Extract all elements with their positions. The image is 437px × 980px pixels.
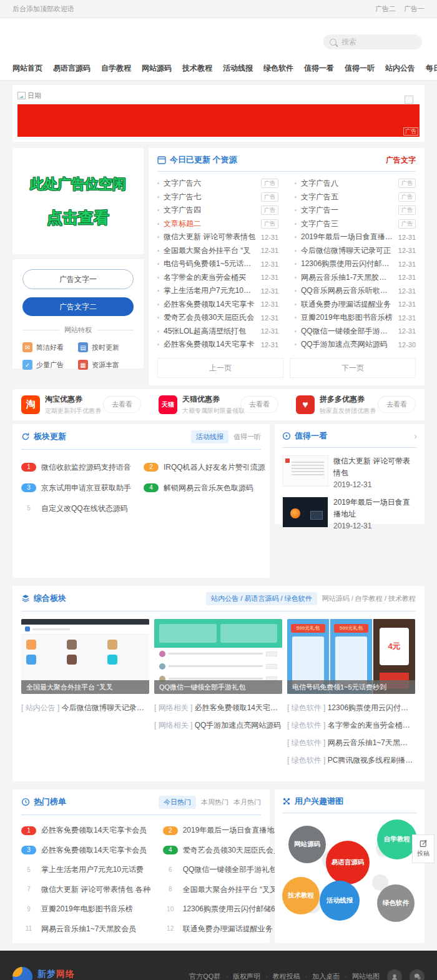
- worth-see-item[interactable]: 2019年最后一场日食直播地址 2019-12-31: [282, 497, 417, 530]
- tab-worth-listen[interactable]: 值得一听: [233, 432, 261, 442]
- article-list-item[interactable]: 文字广告六 广告: [157, 177, 278, 191]
- bubble-activity-news[interactable]: 活动线报: [320, 881, 360, 921]
- nav-item[interactable]: 值得一听: [345, 63, 375, 74]
- article-list-item[interactable]: 掌上生活老用户7元充10元话 12-31: [157, 284, 278, 298]
- category-list-item[interactable]: 网络相关必胜客免费领取14天宅享卡会员: [154, 703, 282, 713]
- article-list-item[interactable]: 文字广告七 广告: [157, 191, 278, 204]
- post-image[interactable]: 599元礼包 599元礼包 4元 电信号码免费领1~5元话费秒到: [287, 619, 415, 694]
- footer-link[interactable]: 版权声明: [220, 972, 260, 980]
- site-logo[interactable]: [12, 29, 112, 54]
- article-list-item[interactable]: 电信号码免费领1~5元话费秒 12-31: [157, 257, 278, 271]
- coupon-go-button[interactable]: 去看看: [240, 396, 278, 413]
- article-list-item[interactable]: 2019年最后一场日食直播地址 12-31: [295, 230, 416, 244]
- bubble-easy-language[interactable]: 易语言源码: [326, 841, 370, 884]
- nav-item[interactable]: 网站源码: [142, 63, 172, 74]
- hot-list-item[interactable]: 8 全国最大聚合外挂平台 “叉叉助手: [163, 884, 292, 895]
- module-list-item[interactable]: 2 IRQQ机器人好友名片赞引流源: [144, 462, 265, 473]
- hot-list-item[interactable]: 9 豆瓣2019年电影图书音乐榜: [21, 904, 150, 914]
- article-list-item[interactable]: 文章标题二 广告: [157, 217, 278, 231]
- article-list-item[interactable]: 今后微信微博聊天记录可正 12-31: [295, 244, 416, 258]
- article-list-item[interactable]: QQ音乐网易云音乐听歌回忆 12-31: [295, 284, 416, 298]
- category-list-item[interactable]: 绿色软件网易云音乐抽1~7天黑胶会员: [287, 738, 415, 748]
- tab-activity-news[interactable]: 活动线报: [191, 430, 228, 443]
- bubble-tech-tutorial[interactable]: 技术教程: [282, 877, 320, 914]
- topbar-ad-link-1[interactable]: 广告一: [404, 5, 425, 12]
- nav-item[interactable]: 值得一看: [304, 63, 334, 74]
- coupon-go-button[interactable]: 去看看: [103, 396, 141, 413]
- tab-group-active[interactable]: 站内公告 / 易语言源码 / 绿色软件: [206, 592, 317, 605]
- hot-list-item[interactable]: 11 网易云音乐抽1~7天黑胶会员: [21, 924, 150, 934]
- module-list-item[interactable]: 4 解锁网易云音乐灰色取源码: [144, 483, 265, 493]
- tab-group-inactive[interactable]: 网站源码 / 自学教程 / 技术教程: [322, 594, 416, 603]
- module-list-item[interactable]: 1 微信收款监控源码支持语音: [21, 462, 131, 473]
- hot-list-item[interactable]: 2 2019年最后一场日食直播地址: [163, 825, 292, 836]
- article-list-item[interactable]: 12306购票使用云闪付邮储6 12-31: [295, 257, 416, 271]
- hot-list-item[interactable]: 3 必胜客免费领取14天宅享卡会员: [21, 845, 150, 856]
- article-list-item[interactable]: 文字广告八 广告: [295, 177, 416, 191]
- worth-see-item[interactable]: 微信大更新 评论可带表情包 2019-12-31: [282, 455, 417, 489]
- nav-item[interactable]: 绿色软件: [263, 63, 293, 74]
- search-input[interactable]: [340, 37, 405, 47]
- article-list-item[interactable]: 必胜客免费领取14天宅享卡 12-31: [157, 338, 278, 352]
- nav-item[interactable]: 易语言源码: [53, 63, 91, 74]
- category-list-item[interactable]: 站内公告今后微信微博聊天记录可正式: [21, 703, 149, 713]
- article-list-item[interactable]: 文字广告五 广告: [295, 191, 416, 204]
- red-ad-banner[interactable]: 广告: [17, 104, 420, 137]
- tab-hot-month[interactable]: 本月热门: [233, 798, 261, 807]
- ad-text-button-2[interactable]: 广告文字二: [22, 297, 134, 316]
- article-list-item[interactable]: 文字广告四 广告: [157, 204, 278, 217]
- bubble-website-source[interactable]: 网站源码: [288, 826, 326, 863]
- nav-item[interactable]: 技术教程: [182, 63, 212, 74]
- module-list-item[interactable]: 3 京东试用申请京豆获取助手: [21, 483, 131, 493]
- nav-item[interactable]: 每日必买: [426, 63, 437, 74]
- hot-list-item[interactable]: 7 微信大更新 评论可带表情包 各种: [21, 884, 150, 895]
- footer-link[interactable]: 加入桌面: [300, 972, 340, 980]
- ad-text-link[interactable]: 广告文字: [386, 155, 416, 166]
- wechat-icon[interactable]: [410, 969, 425, 980]
- post-image[interactable]: QQ微信一键领全部手游礼包: [154, 619, 282, 694]
- hot-list-item[interactable]: 5 掌上生活老用户7元充10元话费: [21, 864, 150, 875]
- category-list-item[interactable]: 绿色软件12306购票使用云闪付邮储60-30: [287, 703, 415, 713]
- nav-item[interactable]: 网站首页: [12, 63, 42, 74]
- tab-hot-week[interactable]: 本周热门: [201, 798, 228, 807]
- article-list-item[interactable]: 文字广告三 广告: [295, 217, 416, 231]
- submit-post-button[interactable]: 投稿: [412, 834, 435, 863]
- chevron-right-icon[interactable]: ›: [414, 431, 417, 440]
- hot-list-item[interactable]: 12 联通免费办理漏话提醒业务: [163, 924, 292, 934]
- next-page-button[interactable]: 下一页: [290, 358, 416, 378]
- article-list-item[interactable]: 文字广告一 广告: [295, 204, 416, 217]
- topbar-ad-link-2[interactable]: 广告二: [375, 5, 396, 12]
- article-list-item[interactable]: 45张LOL超高清壁纸打包 12-31: [157, 325, 278, 339]
- hot-list-item[interactable]: 4 爱奇艺会员领30天屈臣氏会员: [163, 845, 292, 856]
- module-list-item[interactable]: 5 自定义改QQ在线状态源码: [21, 503, 131, 514]
- category-list-item[interactable]: 绿色软件PC腾讯微视多线程刷播放量源码: [287, 755, 415, 766]
- coupon-go-button[interactable]: 去看看: [378, 396, 416, 413]
- prev-page-button[interactable]: 上一页: [157, 358, 283, 378]
- article-list-item[interactable]: 微信大更新 评论可带表情包 12-31: [157, 230, 278, 244]
- sidebar-ad-slot[interactable]: 此处广告位空闲 点击查看: [12, 148, 144, 254]
- hot-list-item[interactable]: 10 12306购票使用云闪付邮储60-30: [163, 904, 292, 914]
- article-list-item[interactable]: 网易云音乐抽1-7天黑胶会员 12-31: [295, 271, 416, 285]
- tab-hot-today[interactable]: 今日热门: [159, 796, 196, 809]
- article-list-item[interactable]: QQ手游加速点亮网站源码 12-30: [295, 338, 416, 352]
- article-list-item[interactable]: 名字带金的麦当劳金桶买 12-31: [157, 271, 278, 285]
- nav-item[interactable]: 站内公告: [385, 63, 415, 74]
- footer-link[interactable]: 网站地图: [340, 972, 380, 980]
- nav-item[interactable]: 自学教程: [101, 63, 131, 74]
- footer-link[interactable]: 教程投稿: [260, 972, 300, 980]
- search-box[interactable]: [323, 34, 422, 49]
- article-list-item[interactable]: 全国最大聚合外挂平台 “叉 12-31: [157, 244, 278, 258]
- article-list-item[interactable]: 爱奇艺会员领30天屈臣氏会 12-31: [157, 311, 278, 325]
- bubble-self-study[interactable]: 自学教程: [377, 819, 417, 859]
- ad-text-button-1[interactable]: 广告文字一: [22, 269, 134, 289]
- footer-logo-icon[interactable]: [12, 967, 32, 980]
- category-list-item[interactable]: 网络相关QQ手游加速点亮网站源码: [154, 720, 282, 731]
- article-list-item[interactable]: 必胜客免费领取14天宅享卡 12-31: [157, 298, 278, 312]
- article-list-item[interactable]: 豆瓣2019年电影图书音乐榜 12-31: [295, 311, 416, 325]
- post-image[interactable]: 全国最大聚合外挂平台 “叉叉: [21, 619, 149, 694]
- article-list-item[interactable]: QQ微信一键领全部手游礼包 12-31: [295, 325, 416, 339]
- category-list-item[interactable]: 绿色软件名字带金的麦当劳金桶买1送: [287, 720, 415, 731]
- nav-item[interactable]: 活动线报: [223, 63, 253, 74]
- footer-link[interactable]: 官方QQ群: [189, 972, 220, 980]
- bubble-green-software[interactable]: 绿色软件: [377, 884, 415, 922]
